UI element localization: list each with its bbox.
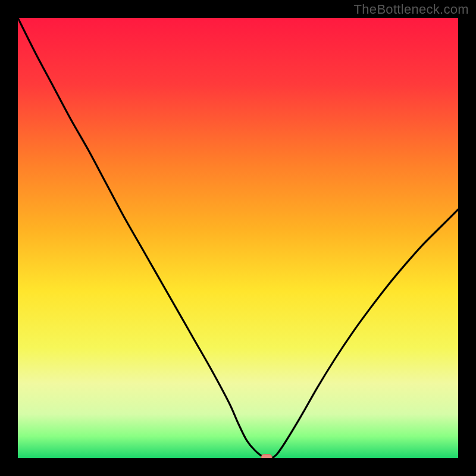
bottleneck-chart: [18, 18, 458, 458]
watermark-label: TheBottleneck.com: [354, 2, 469, 17]
optimal-point-marker: [261, 455, 272, 458]
plot-area: [18, 18, 458, 458]
chart-frame: TheBottleneck.com: [0, 0, 476, 476]
gradient-background: [18, 18, 458, 458]
